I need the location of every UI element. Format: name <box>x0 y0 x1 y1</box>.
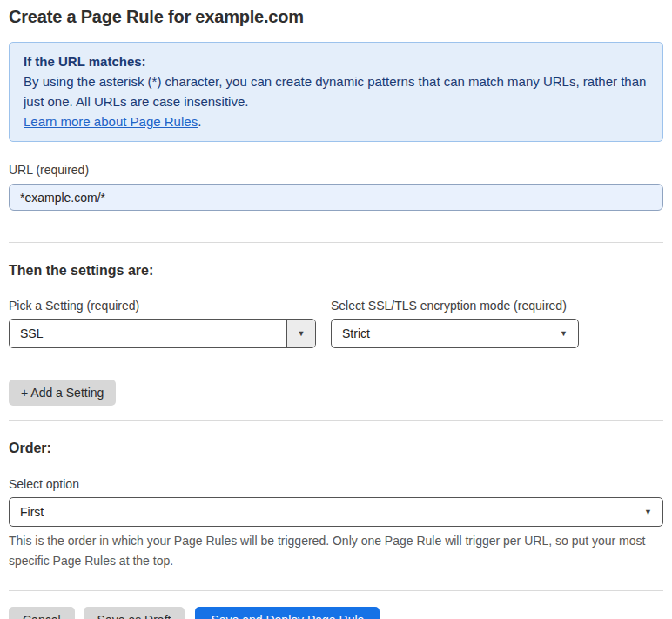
save-as-draft-button[interactable]: Save as Draft <box>84 607 185 619</box>
setting-picker-dropdown[interactable]: SSL ▼ <box>9 319 316 348</box>
add-setting-button[interactable]: + Add a Setting <box>9 380 116 406</box>
chevron-down-icon: ▼ <box>560 330 578 338</box>
ssl-mode-column: Select SSL/TLS encryption mode (required… <box>331 299 579 348</box>
setting-picker-label: Pick a Setting (required) <box>9 299 316 313</box>
order-dropdown[interactable]: First ▼ <box>9 497 663 527</box>
url-field-label: URL (required) <box>9 163 663 177</box>
url-match-info-box: If the URL matches: By using the asteris… <box>9 42 663 142</box>
ssl-mode-dropdown[interactable]: Strict ▼ <box>331 319 579 348</box>
divider-after-settings <box>9 420 663 421</box>
chevron-down-icon: ▼ <box>644 508 662 516</box>
chevron-down-icon: ▼ <box>298 329 306 338</box>
setting-picker-column: Pick a Setting (required) SSL ▼ <box>9 299 316 348</box>
order-dropdown-value: First <box>10 505 644 519</box>
cancel-button[interactable]: Cancel <box>9 607 75 619</box>
info-box-link-line: Learn more about Page Rules. <box>24 111 648 131</box>
learn-more-link[interactable]: Learn more about Page Rules <box>24 114 198 129</box>
order-select-label: Select option <box>9 477 663 491</box>
order-section-heading: Order: <box>9 441 663 456</box>
info-box-body: By using the asterisk (*) character, you… <box>24 71 648 111</box>
page-title: Create a Page Rule for example.com <box>9 7 663 27</box>
save-and-deploy-button[interactable]: Save and Deploy Page Rule <box>195 607 380 619</box>
setting-picker-value: SSL <box>10 326 286 340</box>
link-suffix-text: . <box>198 114 201 129</box>
url-input[interactable] <box>9 184 663 211</box>
divider-before-footer <box>9 590 663 591</box>
settings-row: Pick a Setting (required) SSL ▼ Select S… <box>9 299 663 348</box>
footer-button-row: Cancel Save as Draft Save and Deploy Pag… <box>9 607 663 619</box>
setting-picker-arrow-box[interactable]: ▼ <box>286 320 315 347</box>
info-box-heading: If the URL matches: <box>24 51 648 71</box>
page-rule-form: Create a Page Rule for example.com If th… <box>0 0 672 619</box>
divider-after-url <box>9 242 663 243</box>
ssl-mode-label: Select SSL/TLS encryption mode (required… <box>331 299 579 313</box>
ssl-mode-value: Strict <box>332 326 560 340</box>
order-help-text: This is the order in which your Page Rul… <box>9 531 653 571</box>
settings-section-heading: Then the settings are: <box>9 263 663 279</box>
